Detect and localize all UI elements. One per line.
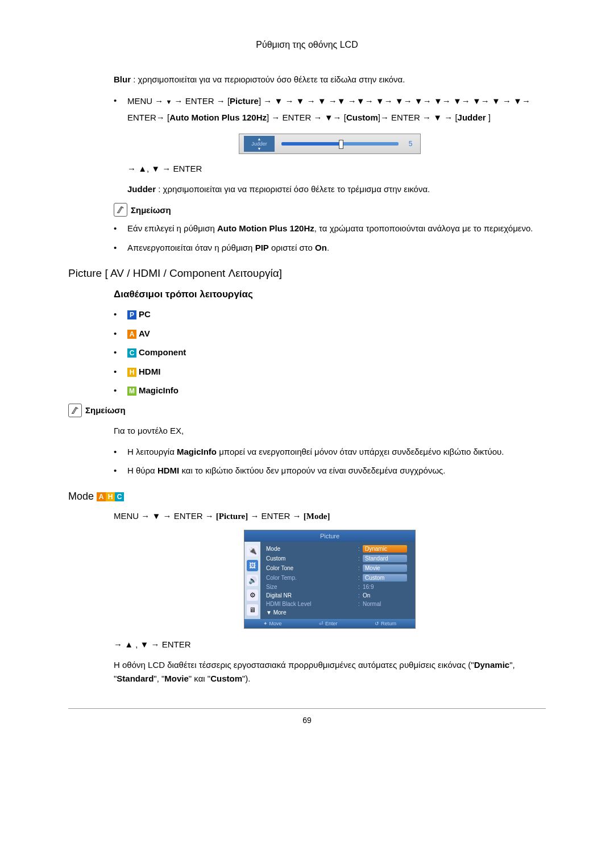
after-menu-path: → ▲ , ▼ → ENTER — [114, 638, 546, 651]
n1i2-mid: οριστεί στο — [269, 243, 315, 252]
bullet-dot: • — [114, 383, 127, 398]
osd-value: On — [363, 592, 370, 599]
n1i2-rest: . — [327, 243, 329, 252]
footer-rule — [68, 708, 546, 709]
mp-custom: Custom — [346, 113, 378, 122]
note1-item-1: • Εάν επιλεγεί η ρύθμιση Auto Motion Plu… — [114, 221, 546, 236]
osd-value-selected: Dynamic — [363, 545, 407, 553]
mp-picture: Picture — [230, 96, 259, 106]
available-modes-heading: Διαθέσιμοι τρόποι λειτουργίας — [114, 289, 546, 300]
osd-setup-icon: ⚙ — [247, 589, 258, 601]
bullet-dot: • — [114, 445, 127, 459]
av-icon: A — [97, 492, 106, 501]
mode-path-b: → ENTER → — [248, 511, 304, 521]
judder-label: Judder — [127, 184, 156, 194]
slider-thumb — [339, 140, 343, 149]
osd-value: Normal — [363, 601, 381, 607]
osd-value-option: Standard — [363, 555, 407, 562]
osd-key: HDMI Black Level — [266, 601, 358, 607]
fp-pre: Η οθόνη LCD διαθέτει τέσσερις εργοστασια… — [114, 660, 474, 670]
n1i1-pre: Εάν επιλεγεί η ρύθμιση — [127, 223, 217, 233]
osd-row: Custom:Standard — [266, 554, 412, 563]
component-icon: C — [127, 348, 136, 358]
mp-enter: → ENTER → [ — [172, 96, 230, 106]
mode-heading-icons: AHC — [97, 491, 124, 502]
n2i2-pre: Η θύρα — [127, 466, 157, 475]
mode-label: PC — [139, 309, 151, 319]
mode-item-hdmi: •HHDMI — [114, 364, 546, 379]
osd-key: Color Tone — [266, 565, 358, 571]
bullet-dot: • — [114, 93, 127, 126]
osd-move-hint: ✦ Move — [263, 621, 282, 626]
note2-item-2: • Η θύρα HDMI και το κιβώτιο δικτύου δεν… — [114, 463, 546, 478]
n1i1-rest: , τα χρώματα τροποποιούνται ανάλογα με τ… — [314, 223, 533, 233]
osd-rows: Mode:DynamicCustom:StandardColor Tone:Mo… — [260, 542, 415, 619]
slider-value: 5 — [405, 140, 416, 148]
mp-rest1: ] → ENTER → ▼→ [ — [267, 113, 346, 122]
mp-amp: Auto Motion Plus 120Hz — [169, 113, 267, 122]
osd-row: Color Tone:Movie — [266, 563, 412, 573]
osd-row: Color Temp.:Custom — [266, 573, 412, 583]
osd-key: Digital NR — [266, 592, 358, 599]
osd-key: Custom — [266, 555, 358, 562]
bullet-dot: • — [114, 463, 127, 478]
osd-title: Picture — [244, 530, 415, 542]
fp-b1: Dynamic — [474, 660, 510, 670]
osd-value-option: Movie — [363, 564, 407, 572]
n2i1-pre: Η λειτουργία — [127, 447, 177, 456]
osd-key: Color Temp. — [266, 575, 358, 581]
osd-multi-icon: 🖥 — [247, 604, 258, 616]
mode-item-magicinfo: •MMagicInfo — [114, 383, 546, 398]
osd-row: Digital NR:On — [266, 591, 412, 600]
menu-path-judder: • MENU → ▼ → ENTER → [Picture] → ▼ → ▼ →… — [114, 93, 546, 126]
osd-key: Mode — [266, 546, 358, 552]
mode-label: Component — [139, 347, 186, 357]
n1i2-b1: PIP — [255, 243, 269, 252]
osd-key: Size — [266, 584, 358, 590]
osd-footer: ✦ Move ⏎ Enter ↺ Return — [244, 619, 415, 628]
osd-sidebar: 🔌 🖼 🔊 ⚙ 🖥 — [244, 542, 260, 619]
blur-label: Blur — [114, 74, 131, 84]
mode-item-component: •CComponent — [114, 345, 546, 360]
mp-pre: MENU → — [127, 96, 166, 106]
mode-label: MagicInfo — [139, 385, 179, 395]
mode-menu-path: MENU → ▼ → ENTER → [Picture] → ENTER → [… — [114, 509, 546, 523]
n1i1-b: Auto Motion Plus 120Hz — [217, 223, 314, 233]
mode-path-picture: [Picture] — [216, 512, 248, 521]
down-arrow-icon: ▼ — [258, 147, 262, 151]
mp-judder: Judder — [458, 113, 486, 122]
osd-value-option: Custom — [363, 574, 407, 582]
page-number: 69 — [68, 716, 546, 725]
note-icon — [68, 404, 82, 417]
bullet-dot: • — [114, 307, 127, 322]
n2i1-rest: μπορεί να ενεργοποιηθεί μόνον όταν υπάρχ… — [217, 447, 504, 456]
n2i2-rest: και το κιβώτιο δικτύου δεν μπορούν να εί… — [179, 466, 445, 475]
judder-description: Judder : χρησιμοποιείται για να περιορισ… — [127, 182, 546, 196]
bullet-dot: • — [114, 326, 127, 341]
note-label: Σημείωση — [131, 205, 171, 215]
after-slider-path: → ▲, ▼ → ENTER — [127, 162, 546, 176]
osd-more: ▼ More — [266, 608, 412, 618]
magicinfo-icon: M — [127, 387, 136, 396]
bullet-dot: • — [114, 240, 127, 255]
osd-row: Mode:Dynamic — [266, 544, 412, 554]
mode-heading: Mode AHC — [68, 491, 546, 502]
mode-heading-text: Mode — [68, 491, 94, 502]
note2-pre: Για το μοντέλο EX, — [114, 424, 546, 438]
fp-c2: ", " — [154, 674, 164, 683]
osd-menu-screenshot: Picture 🔌 🖼 🔊 ⚙ 🖥 Mode:DynamicCustom:Sta… — [244, 530, 416, 629]
fp-c3: " και " — [189, 674, 210, 683]
judder-rest: : χρησιμοποιείται για να περιοριστεί όσο… — [156, 184, 430, 194]
av-icon: A — [127, 330, 136, 339]
note-heading-2: Σημείωση — [68, 404, 546, 417]
hdmi-icon: H — [127, 368, 136, 377]
note1-item-2: • Απενεργοποιείται όταν η ρύθμιση PIP ορ… — [114, 240, 546, 255]
n2i2-b: HDMI — [157, 466, 179, 475]
bullet-dot: • — [114, 345, 127, 360]
osd-value: 16:9 — [363, 584, 374, 590]
mode-path-a: MENU → ▼ → ENTER → — [114, 511, 216, 521]
mode-list: •PPC•AAV•CComponent•HHDMI•MMagicInfo — [114, 307, 546, 398]
bullet-dot: • — [114, 221, 127, 236]
osd-return-hint: ↺ Return — [375, 621, 396, 626]
fp-c4: "). — [242, 674, 251, 683]
